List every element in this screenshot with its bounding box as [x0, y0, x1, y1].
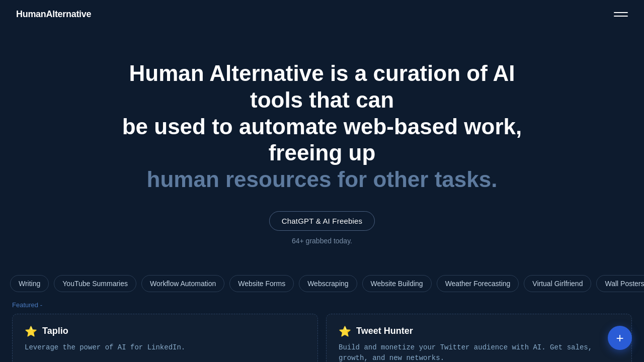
hero-section: Human Alternative is a curation of AI to… — [0, 0, 644, 275]
featured-card[interactable]: ⭐ Tweet Hunter Build and monetize your T… — [326, 314, 632, 362]
card-description: Leverage the power of AI for LinkedIn. — [25, 342, 305, 353]
tag-item[interactable]: Writing — [10, 275, 49, 292]
tag-item[interactable]: Webscraping — [299, 275, 357, 292]
fab-button[interactable]: + — [608, 326, 632, 350]
card-icon: ⭐ — [25, 325, 37, 337]
card-title: Tweet Hunter — [356, 326, 413, 336]
tag-item[interactable]: Workflow Automation — [141, 275, 224, 292]
hero-line1: Human Alternative is a curation of AI to… — [129, 61, 515, 112]
hamburger-menu[interactable] — [614, 12, 628, 17]
tag-item[interactable]: Website Building — [362, 275, 432, 292]
card-title: Taplio — [42, 326, 68, 336]
tags-row: WritingYouTube SummariesWorkflow Automat… — [0, 275, 644, 292]
tag-item[interactable]: Wall Posters — [596, 275, 644, 292]
featured-card[interactable]: ⭐ Taplio Leverage the power of AI for Li… — [12, 314, 318, 362]
card-header: ⭐ Tweet Hunter — [339, 325, 619, 337]
cta-subtitle: 64+ grabbed today. — [292, 237, 352, 245]
featured-cards: ⭐ Taplio Leverage the power of AI for Li… — [0, 314, 644, 362]
tag-item[interactable]: Website Forms — [229, 275, 294, 292]
cta-button[interactable]: ChatGPT & AI Freebies — [269, 211, 375, 231]
card-icon: ⭐ — [339, 325, 351, 337]
tag-item[interactable]: Virtual Girlfriend — [524, 275, 591, 292]
header: HumanAlternative — [0, 0, 644, 29]
tag-item[interactable]: Weather Forecasting — [437, 275, 519, 292]
tag-item[interactable]: YouTube Summaries — [54, 275, 136, 292]
hero-title: Human Alternative is a curation of AI to… — [106, 60, 538, 193]
card-header: ⭐ Taplio — [25, 325, 305, 337]
hero-line2: be used to automate web-based work, free… — [122, 114, 522, 165]
featured-label: Featured - — [0, 292, 644, 314]
hero-line3: human resources for other tasks. — [147, 167, 498, 192]
logo: HumanAlternative — [16, 9, 91, 20]
card-description: Build and monetize your Twitter audience… — [339, 342, 619, 362]
